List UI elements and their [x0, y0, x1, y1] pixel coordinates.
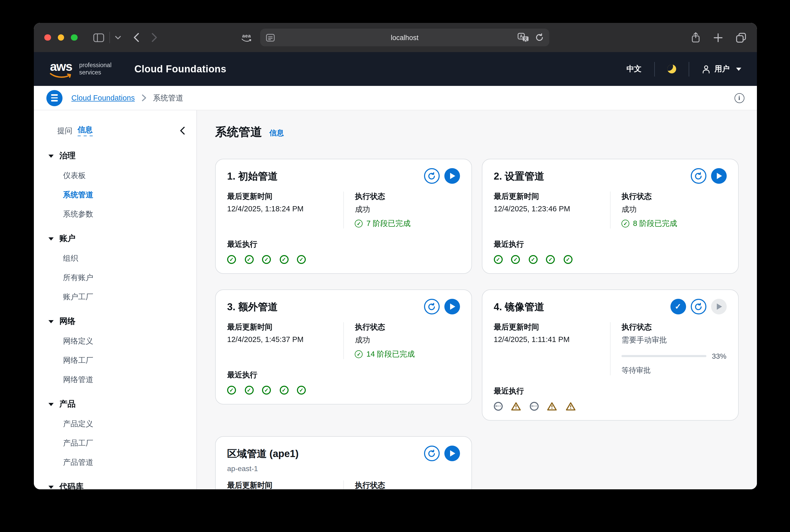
success-circle-icon: ✓: [279, 385, 288, 394]
sidebar-item-产品定义[interactable]: 产品定义: [63, 419, 187, 429]
refresh-pipeline-button[interactable]: [424, 445, 440, 461]
play-icon: [717, 173, 722, 179]
forward-button[interactable]: [151, 33, 157, 42]
sidebar-section-header[interactable]: 账户: [49, 233, 187, 244]
sidebar-toggle-icon[interactable]: [93, 33, 104, 42]
address-bar[interactable]: localhost A文: [260, 28, 549, 46]
stages-completed: 8 阶段已完成: [633, 218, 677, 229]
browser-window: aea localhost A文: [34, 23, 757, 489]
sidebar-item-网络工厂[interactable]: 网络工厂: [63, 356, 187, 365]
chevron-down-icon: [736, 68, 741, 71]
info-icon[interactable]: i: [734, 93, 744, 103]
sidebar-item-网络定义[interactable]: 网络定义: [63, 336, 187, 346]
translate-icon[interactable]: A文: [517, 33, 529, 42]
last-updated-label: 最后更新时间: [227, 322, 344, 332]
page-info-link[interactable]: 信息: [269, 129, 284, 138]
window-controls: [44, 34, 77, 41]
play-icon: [451, 303, 456, 310]
menu-button[interactable]: [47, 90, 62, 106]
back-button[interactable]: [133, 33, 139, 42]
sidebar-section-label: 产品: [59, 399, 75, 410]
play-icon: [451, 450, 456, 457]
toolbar-divider: [109, 32, 110, 43]
sidebar-collapse-icon[interactable]: [180, 127, 185, 135]
logo-subtitle: professional services: [79, 62, 111, 76]
sidebar-item-仪表板[interactable]: 仪表板: [63, 171, 187, 180]
url-text[interactable]: localhost: [260, 34, 549, 41]
sidebar-item-所有账户[interactable]: 所有账户: [63, 273, 187, 283]
reload-icon[interactable]: [535, 33, 544, 42]
sidebar-item-网络管道[interactable]: 网络管道: [63, 375, 187, 385]
new-tab-icon[interactable]: [713, 33, 723, 42]
execution-status-value: 需要手动审批: [622, 335, 727, 345]
pipeline-card-setup: 2. 设置管道 最后更新时间 12/4/2025, 1: [482, 159, 739, 274]
sidebar-item-产品管道[interactable]: 产品管道: [63, 458, 187, 468]
progress-track: [622, 355, 706, 357]
user-icon: [701, 64, 710, 74]
screen: aea localhost A文: [0, 0, 790, 532]
sidebar-section-label: 网络: [59, 316, 75, 327]
success-circle-icon: ✓: [564, 255, 572, 264]
triangle-down-icon: [49, 320, 54, 323]
sidebar-section-label: 治理: [59, 150, 75, 162]
aws-smile-icon: [50, 73, 72, 78]
share-icon[interactable]: [691, 32, 700, 43]
minimize-window-button[interactable]: [58, 34, 64, 41]
sidebar-section-header[interactable]: 代码库: [49, 481, 187, 489]
sidebar-nav: 治理仪表板系统管道系统参数账户组织所有账户账户工厂网络网络定义网络工厂网络管道产…: [49, 150, 187, 489]
approve-pipeline-button[interactable]: ✓: [670, 299, 686, 315]
refresh-pipeline-button[interactable]: [691, 168, 706, 184]
execution-status-label: 执行状态: [355, 192, 460, 202]
card-title: 4. 镜像管道: [494, 299, 545, 314]
sidebar-item-账户工厂[interactable]: 账户工厂: [63, 292, 187, 302]
run-pipeline-button[interactable]: [444, 445, 460, 461]
pipeline-card-image: 4. 镜像管道 ✓ 最后更新时间: [482, 289, 739, 421]
page-title: 系统管道: [215, 124, 262, 140]
browser-toolbar: aea localhost A文: [34, 23, 757, 52]
last-updated-label: 最后更新时间: [494, 322, 610, 332]
card-title: 2. 设置管道: [494, 168, 545, 183]
region-code: ap-east-1: [227, 464, 460, 473]
run-pipeline-button[interactable]: [444, 299, 460, 315]
sidebar-section-header[interactable]: 治理: [49, 150, 187, 162]
recent-executions-icons: [494, 401, 727, 411]
run-pipeline-button[interactable]: [444, 168, 460, 184]
last-updated-label: 最后更新时间: [227, 192, 344, 202]
sidebar-item-系统管道[interactable]: 系统管道: [63, 190, 187, 200]
tab-group-chevron-icon[interactable]: [115, 36, 121, 39]
tab-overview-icon[interactable]: [735, 32, 746, 43]
sidebar-section-header[interactable]: 网络: [49, 316, 187, 327]
user-menu[interactable]: 用户: [701, 64, 741, 74]
success-circle-icon: ✓: [262, 255, 271, 264]
play-icon: [717, 303, 722, 310]
main-content: 系统管道 信息 1. 初始管道: [197, 110, 757, 489]
refresh-pipeline-button[interactable]: [691, 299, 706, 315]
recent-executions-icons: ✓✓✓✓✓: [494, 254, 727, 264]
zoom-window-button[interactable]: [71, 34, 77, 41]
close-window-button[interactable]: [44, 34, 51, 41]
sidebar-item-组织[interactable]: 组织: [63, 253, 187, 263]
triangle-down-icon: [49, 154, 54, 157]
aws-logo: aws: [50, 60, 72, 78]
last-updated-label: 最后更新时间: [227, 480, 344, 489]
run-pipeline-button[interactable]: [711, 168, 727, 184]
sidebar-section-header[interactable]: 产品: [49, 399, 187, 410]
warning-triangle-icon: [511, 402, 521, 411]
sidebar-item-产品工厂[interactable]: 产品工厂: [63, 438, 187, 448]
last-updated-value: 12/4/2025, 1:11:41 PM: [494, 335, 610, 344]
breadcrumb-root-link[interactable]: Cloud Foundations: [71, 94, 135, 102]
refresh-pipeline-button[interactable]: [424, 168, 440, 184]
approval-progress: 33%: [622, 352, 727, 360]
sidebar-item-系统参数[interactable]: 系统参数: [63, 209, 187, 219]
language-switcher[interactable]: 中文: [626, 64, 642, 74]
refresh-pipeline-button[interactable]: [424, 299, 440, 315]
dark-mode-toggle-moon-icon[interactable]: [667, 64, 676, 73]
pipeline-card-grid: 1. 初始管道 最后更新时间 12/4/2025, 1: [215, 159, 738, 489]
ask-label: 提问: [57, 126, 72, 136]
sidebar-section-2: 网络网络定义网络工厂网络管道: [49, 316, 187, 385]
in-progress-circle-icon: [494, 402, 503, 411]
success-circle-icon: ✓: [494, 255, 503, 264]
last-updated-value: 12/4/2025, 1:45:37 PM: [227, 335, 344, 344]
ask-info-link[interactable]: 信息: [78, 125, 93, 136]
header-divider: [688, 62, 689, 76]
